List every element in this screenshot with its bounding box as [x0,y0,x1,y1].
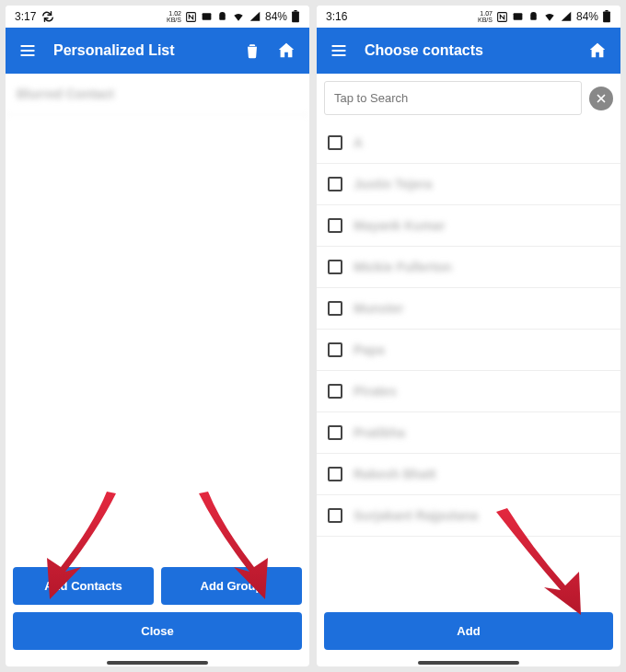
gesture-bar [418,661,519,665]
bottom-button-bar: Add Contacts Add Group Close [6,560,309,657]
contact-row[interactable]: Rakesh Bhatt [317,454,620,495]
contact-name: Surjakant Rajputana [354,508,478,523]
search-row [317,74,620,122]
close-icon [595,92,608,105]
contact-row[interactable]: Surjakant Rajputana [317,495,620,537]
svg-rect-8 [514,13,523,20]
app-bar: Personalized List [6,28,309,74]
contact-row[interactable]: Pirates [317,371,620,412]
nfc-icon [185,11,197,23]
phone-right: 3:16 1.07 KB/S 84% Choose contacts [317,6,620,666]
list-item[interactable]: Blurred Contact [6,74,309,115]
contact-list[interactable]: AJustin TejeraMayank KumarMickie Fullert… [317,122,620,605]
app-bar: Choose contacts [317,28,620,74]
checkbox[interactable] [328,218,342,233]
status-battery-pct: 84% [265,10,287,23]
svg-rect-1 [203,13,212,20]
battery-icon [602,10,611,23]
contact-name: Pratibha [354,425,405,440]
battery-icon [291,10,300,23]
status-net: 1.02 KB/S [167,10,181,23]
contact-row[interactable]: Munster [317,288,620,330]
cast-icon [201,11,213,23]
contact-name: Justin Tejera [354,177,432,191]
clear-search-button[interactable] [589,87,613,110]
contact-row[interactable]: Mickie Fullerton [317,247,620,288]
close-button[interactable]: Close [13,612,302,650]
status-bar: 3:16 1.07 KB/S 84% [317,6,620,28]
svg-rect-10 [605,10,608,12]
contact-name: Mayank Kumar [354,218,446,233]
hamburger-icon[interactable] [330,41,348,60]
contact-name: Mickie Fullerton [354,260,452,274]
checkbox[interactable] [328,177,342,191]
list-area: Blurred Contact [6,74,309,560]
contact-row[interactable]: Justin Tejera [317,164,620,205]
checkbox[interactable] [328,425,342,440]
sync-icon [41,10,54,23]
contact-row[interactable]: Mayank Kumar [317,205,620,247]
contact-name: A [354,135,363,150]
search-input[interactable] [324,81,582,115]
add-group-button[interactable]: Add Group [161,567,302,605]
status-battery-pct: 84% [576,10,598,23]
hamburger-icon[interactable] [18,41,37,60]
android-icon [216,11,228,23]
checkbox[interactable] [328,508,342,523]
nfc-icon [496,11,508,23]
signal-icon [560,10,573,23]
status-time: 3:17 [15,10,36,23]
gesture-bar [107,661,208,665]
wifi-icon [232,10,245,23]
trash-icon[interactable] [243,41,261,60]
status-net: 1.07 KB/S [478,10,493,23]
checkbox[interactable] [328,384,342,399]
add-contacts-button[interactable]: Add Contacts [13,567,154,605]
checkbox[interactable] [328,467,342,481]
status-bar: 3:17 1.02 KB/S 84% [6,6,309,28]
home-icon[interactable] [587,41,608,61]
android-icon [527,11,539,23]
contact-name: Papa [354,342,384,357]
status-time: 3:16 [326,10,347,23]
contact-row[interactable]: Papa [317,330,620,371]
contact-name: Munster [354,301,403,316]
contact-name: Pirates [354,384,397,399]
signal-icon [249,10,261,23]
svg-rect-3 [294,10,296,12]
home-icon[interactable] [276,41,296,61]
cast-icon [512,11,524,23]
contact-name: Rakesh Bhatt [354,467,435,481]
page-title: Choose contacts [365,42,483,59]
phone-left: 3:17 1.02 KB/S 84% Personalized List [6,6,309,666]
bottom-button-bar: Add [317,605,620,657]
page-title: Personalized List [53,42,175,59]
checkbox[interactable] [328,260,342,274]
add-button[interactable]: Add [324,612,613,650]
svg-rect-9 [603,12,610,23]
svg-rect-2 [292,12,299,23]
checkbox[interactable] [328,301,342,316]
wifi-icon [543,10,556,23]
contact-row[interactable]: Pratibha [317,412,620,454]
checkbox[interactable] [328,342,342,357]
checkbox[interactable] [328,135,342,150]
contact-row[interactable]: A [317,122,620,164]
